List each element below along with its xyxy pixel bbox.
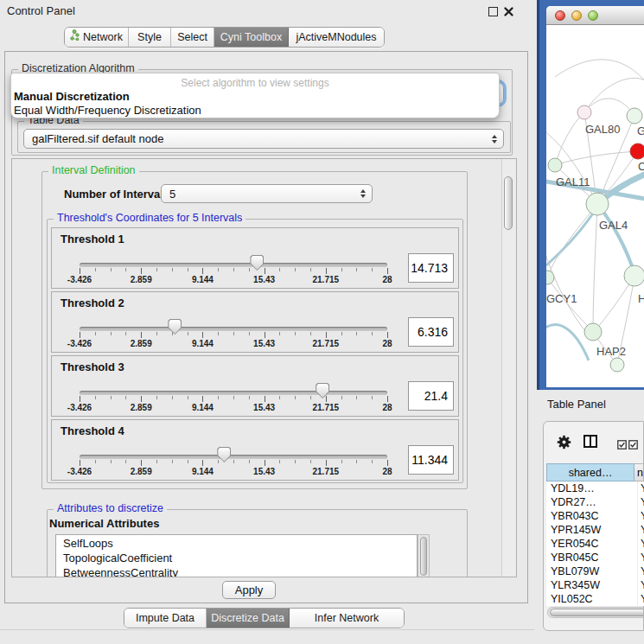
attributes-list-scrollbar[interactable] xyxy=(418,534,430,577)
table-row[interactable]: YBR045CYBR0 xyxy=(546,551,644,564)
thumb-face xyxy=(251,256,263,270)
attributes-group-title: Attributes to discretize xyxy=(54,502,167,514)
numerical-attribute-item[interactable]: TopologicalCoefficient xyxy=(56,551,417,565)
threshold-slider-track[interactable] xyxy=(80,455,387,459)
slider-tick xyxy=(387,332,388,338)
thumb-face xyxy=(218,448,230,462)
tab-cyni-toolbox[interactable]: Cyni Toolbox xyxy=(214,28,289,47)
network-canvas[interactable]: GAL80GALCGAL11GAL4GCY1HHAP2 xyxy=(546,25,644,387)
network-edge[interactable] xyxy=(546,241,590,336)
slider-tick xyxy=(279,460,280,463)
network-node[interactable] xyxy=(586,193,609,215)
tab-infer-network[interactable]: Infer Network xyxy=(290,609,404,628)
table-row[interactable]: YBL079WYBL0 xyxy=(546,564,644,578)
network-edge-highlighted[interactable] xyxy=(546,325,589,360)
network-node[interactable] xyxy=(584,323,602,341)
threshold-value-field[interactable]: 6.316 xyxy=(408,317,454,347)
network-edge[interactable] xyxy=(593,204,597,332)
network-edge[interactable] xyxy=(584,78,644,112)
slider-tick xyxy=(279,396,280,399)
table-row[interactable]: YIL052CYIL0 xyxy=(546,592,644,606)
table-row[interactable]: YDR27…YDR2 xyxy=(546,495,644,509)
network-node[interactable] xyxy=(548,158,562,172)
name-cell: YBR0 xyxy=(637,509,644,523)
table-scrollbar-thumb[interactable] xyxy=(550,609,643,616)
slider-scale-label: 21.715 xyxy=(304,275,348,284)
close-icon[interactable] xyxy=(503,5,514,16)
network-node[interactable] xyxy=(630,143,644,159)
threshold-slider-thumb[interactable] xyxy=(168,319,182,335)
popup-item-manual-discretization[interactable]: Manual Discretization xyxy=(14,90,130,103)
attributes-list-scrollbar-thumb[interactable] xyxy=(420,537,427,576)
name-cell: YBL0 xyxy=(637,564,644,578)
threshold-slider-track[interactable] xyxy=(80,327,387,331)
table-row[interactable]: YPR145WYPR1 xyxy=(546,523,644,537)
settings-scrollbar-thumb[interactable] xyxy=(504,176,513,230)
slider-scale-label: 28 xyxy=(366,403,409,412)
network-window-titlebar[interactable] xyxy=(546,6,644,25)
table-settings-gear-icon[interactable] xyxy=(557,435,571,453)
table-data-value: galFiltered.sif default node xyxy=(32,132,163,145)
slider-scale-label: -3.426 xyxy=(58,403,101,412)
table-row[interactable]: YER054CYER0 xyxy=(546,537,644,551)
select-columns-checkbox-icon[interactable] xyxy=(617,437,627,453)
numerical-attribute-item[interactable]: BetweennessCentrality xyxy=(56,565,417,577)
apply-button[interactable]: Apply xyxy=(222,581,276,599)
select-all-checkbox-icon[interactable] xyxy=(628,437,638,453)
numerical-attribute-item[interactable]: SelfLoops xyxy=(56,536,417,551)
split-columns-icon[interactable] xyxy=(583,435,597,448)
tab-jactivemnodules[interactable]: jActiveMNodules xyxy=(289,28,384,47)
number-of-intervals-combobox[interactable]: 5 xyxy=(161,184,373,203)
zoom-traffic-light-icon[interactable] xyxy=(588,10,598,21)
network-node[interactable] xyxy=(577,105,591,119)
table-horizontal-scrollbar[interactable] xyxy=(547,607,643,618)
network-edge[interactable] xyxy=(555,151,638,165)
slider-scale-label: 2.859 xyxy=(119,275,163,284)
slider-scale-label: 21.715 xyxy=(304,339,348,348)
numerical-attributes-list[interactable]: SelfLoopsTopologicalCoefficientBetweenne… xyxy=(55,534,418,577)
tab-network[interactable]: Network xyxy=(65,28,129,47)
popup-item-equal-width-frequency[interactable]: Equal Width/Frequency Discretization xyxy=(14,104,201,117)
network-node[interactable] xyxy=(627,108,642,124)
network-edge-highlighted[interactable] xyxy=(599,207,634,274)
tab-discretize-data[interactable]: Discretize Data xyxy=(207,609,290,628)
threshold-row: Threshold 4-3.4262.8599.14415.4321.71528… xyxy=(51,419,459,481)
slider-scale-label: 2.859 xyxy=(119,467,163,476)
network-node[interactable] xyxy=(610,358,624,372)
table-row[interactable]: YLR345WYLR3 xyxy=(546,578,644,592)
tab-impute-data[interactable]: Impute Data xyxy=(124,609,207,628)
threshold-value-field[interactable]: 21.4 xyxy=(408,381,454,411)
network-edge[interactable] xyxy=(555,60,644,90)
slider-tick xyxy=(310,268,311,271)
float-window-icon[interactable] xyxy=(488,7,498,16)
network-node[interactable] xyxy=(624,265,644,286)
column-header-name[interactable]: n xyxy=(634,463,644,481)
table-row[interactable]: YDL19…YDL1 xyxy=(546,481,644,495)
slider-tick xyxy=(125,268,126,271)
network-node[interactable] xyxy=(546,271,554,284)
settings-vertical-scrollbar[interactable] xyxy=(501,159,516,577)
slider-tick xyxy=(372,460,373,463)
threshold-slider-track[interactable] xyxy=(80,263,387,267)
threshold-slider-track[interactable] xyxy=(80,391,387,395)
close-traffic-light-icon[interactable] xyxy=(555,10,565,21)
slider-tick xyxy=(188,332,188,335)
slider-tick xyxy=(218,332,219,335)
combo-arrows-icon xyxy=(360,189,366,198)
threshold-value-field[interactable]: 14.713 xyxy=(408,253,454,283)
name-cell: YIL0 xyxy=(637,592,644,606)
minimize-traffic-light-icon[interactable] xyxy=(571,10,582,21)
slider-tick xyxy=(341,268,342,271)
table-row[interactable]: YBR043CYBR0 xyxy=(546,509,644,523)
table-data-combobox[interactable]: galFiltered.sif default node xyxy=(23,129,504,149)
tab-select[interactable]: Select xyxy=(171,28,214,47)
threshold-slider-thumb[interactable] xyxy=(316,383,329,399)
threshold-slider-thumb[interactable] xyxy=(250,255,264,271)
threshold-slider-thumb[interactable] xyxy=(217,447,231,462)
slider-tick xyxy=(125,460,126,463)
tab-style[interactable]: Style xyxy=(129,28,171,47)
threshold-label: Threshold 2 xyxy=(61,296,124,309)
threshold-value-field[interactable]: 11.344 xyxy=(408,445,454,475)
slider-tick xyxy=(95,460,96,463)
column-header-shared-name[interactable]: shared… xyxy=(546,463,634,481)
